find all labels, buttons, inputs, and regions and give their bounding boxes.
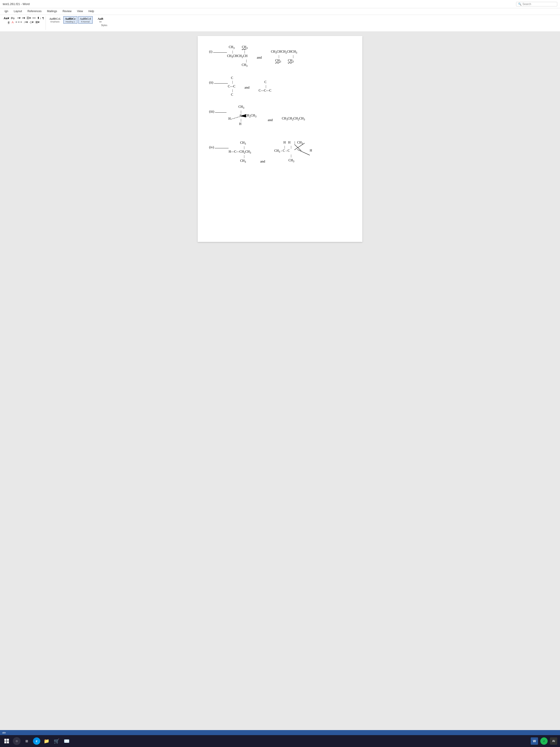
ccc-ii-2: C—C—C <box>259 88 271 93</box>
mail-icon[interactable]: ✉️ <box>63 737 71 745</box>
struct-iv-2: H H | | | CH3 CH3 - C - C <box>274 141 320 171</box>
ch3-bot-right-i-2: CH3 <box>288 58 294 63</box>
document-area: (i) CH3 CH3 | | CH3CHCH2CH <box>0 31 560 730</box>
main-chain-i-2: CH3CHCH2CHCH3 <box>271 50 297 54</box>
vbond-iv-2-down: | <box>291 154 291 158</box>
struct-i-2: CH3CHCH2CHCH3 | | CH3 CH3 <box>271 50 297 63</box>
tab-view[interactable]: View <box>74 8 86 15</box>
folder-icon[interactable]: 📁 <box>43 737 50 745</box>
struct-iv-1-top: CH3 <box>240 141 246 146</box>
svg-line-0 <box>231 117 240 119</box>
ch3-left-iv-2: CH3 - C - C <box>274 149 290 153</box>
search-button[interactable]: ○ <box>13 737 21 745</box>
vbond-iii-top: | <box>241 110 241 114</box>
align-left-icon[interactable]: ≡≡ <box>32 16 36 20</box>
style-normal[interactable]: AaBbCcI ¶ Normal <box>78 16 92 24</box>
problem-iv-structures: CH3 | H—C—CH2CH3 | C <box>229 141 351 171</box>
and-word-ii: and <box>242 83 252 89</box>
vbond-i-2-left: | <box>278 54 279 58</box>
tab-help[interactable]: Help <box>86 8 97 15</box>
problem-ii-label: (ii) <box>209 76 228 84</box>
ai-icon[interactable]: Ai <box>550 738 557 745</box>
struct-ii-1-main: C—C <box>228 84 235 88</box>
svg-rect-5 <box>4 739 6 741</box>
struct-i-1-bonds-top: | | <box>232 50 245 54</box>
svg-line-3 <box>294 143 305 150</box>
align-icons: ≡ ≡ ≡ <box>16 20 22 24</box>
problem-ii-row: (ii) C | C—C | <box>209 76 351 97</box>
indent-icon[interactable]: :≡▾ <box>24 20 28 24</box>
tab-mailings[interactable]: Mailings <box>44 8 60 15</box>
style-emphasis[interactable]: AaBbCcL Emphasis <box>48 16 62 24</box>
hc-chain-iv-1: H—C—CH2CH3 <box>229 150 251 154</box>
struct-ii-1: C | C—C | C <box>228 76 235 97</box>
struct-ii-2-chain: C—C—C <box>259 88 271 93</box>
struct-iii-1: CH3 | C H CH2CH3 <box>226 105 259 132</box>
struct-ii-2-bond: | <box>266 84 266 88</box>
search-box[interactable]: 🔍 Search <box>516 2 557 6</box>
edge-icon[interactable]: e <box>33 738 40 745</box>
vbond-ii-2: | <box>266 84 266 88</box>
status-text: ate <box>2 731 6 734</box>
store-icon[interactable]: 🛒 <box>53 737 60 745</box>
struct-i-1-bond-down: | <box>246 59 247 63</box>
wedge-bond-iii <box>240 114 247 119</box>
ch3-top-iv-1: CH3 <box>240 141 246 146</box>
struct-i-2-chain: CH3CHCH2CHCH3 <box>271 50 297 54</box>
search-icon: 🔍 <box>518 2 522 6</box>
problem-iii-label: (iii) <box>209 105 226 113</box>
ch3-top-iii: CH3 <box>238 105 244 109</box>
style-strong-label: Str <box>99 21 102 23</box>
svg-rect-7 <box>4 741 6 743</box>
list-icon-3[interactable]: ☰▾ <box>27 16 31 20</box>
font-name-aa: Aa▾ <box>4 17 9 20</box>
vbond-iv-1-top: | <box>244 146 244 150</box>
h-below-iii: H <box>239 122 241 126</box>
vbond-iv-2-h1: | <box>284 145 285 149</box>
problem-iv-row: (iv) CH3 | H—C—CH2CH3 <box>209 141 351 171</box>
font-group: Aa▾ Po ≡▾ ≡▾ ☰▾ ≡≡ ⬆↓ ¶ e̲ A ≡ ≡ ≡ :≡▾ ◇… <box>2 16 46 30</box>
tab-references[interactable]: References <box>25 8 44 15</box>
problem-i-row: (i) CH3 CH3 | | CH3CHCH2CH <box>209 45 351 68</box>
style-heading1[interactable]: AaBbCc Heading 1 <box>63 16 77 24</box>
struct-i-1-chain: CH3CHCH2CH <box>227 54 247 59</box>
windows-button[interactable] <box>3 737 10 745</box>
pilcrow-icon[interactable]: ¶ <box>42 16 44 20</box>
and-word-i: and <box>255 53 264 59</box>
ch3-bot-iv-1: CH3 <box>240 159 246 164</box>
list-icon-1[interactable]: ≡▾ <box>18 16 21 20</box>
styles-section-label: Styles <box>101 24 107 27</box>
vbond-i-1-left: | <box>232 50 233 54</box>
problem-iv-label: (iv) <box>209 141 229 149</box>
struct-ii-2-top: C <box>264 80 267 84</box>
style-strong-preview: AaB <box>98 17 103 21</box>
underline-icon[interactable]: e̲ <box>8 20 9 24</box>
status-bar: ate <box>0 730 560 735</box>
style-heading1-preview: AaBbCc <box>65 17 76 21</box>
table-icon[interactable]: ⊞▾ <box>35 20 39 24</box>
shading-icon[interactable]: ◇▾ <box>30 20 34 24</box>
and-word-iv: and <box>258 157 267 163</box>
problem-i-label: (i) <box>209 45 227 54</box>
word-icon[interactable]: W <box>531 738 538 745</box>
vbond-ii-1-bot: | <box>232 88 233 93</box>
list-icon-2[interactable]: ≡▾ <box>22 16 25 20</box>
styles-row: AaBbCcL Emphasis AaBbCc Heading 1 AaBbCc… <box>48 16 107 24</box>
taskbar-right: W ♪ Ai <box>531 738 557 745</box>
svg-line-4 <box>297 150 310 155</box>
c-bot-ii-1: C <box>231 93 233 97</box>
vbond-iv-1-bot: | <box>244 154 244 159</box>
style-strong[interactable]: AaB Str <box>94 16 107 24</box>
taskview-button[interactable]: ⊞ <box>23 737 31 745</box>
font-a-icon[interactable]: A <box>11 20 14 24</box>
align-center-icon[interactable]: ⬆↓ <box>37 16 41 20</box>
doc-title: test1.261.f21 - Word <box>3 2 30 6</box>
tab-layout[interactable]: Layout <box>11 8 25 15</box>
spotify-icon[interactable]: ♪ <box>540 738 548 745</box>
main-chain-i-1: CH3CHCH2CH <box>227 54 247 59</box>
tab-review[interactable]: Review <box>60 8 74 15</box>
ch3-top-left: CH3 <box>229 45 235 50</box>
tab-ign[interactable]: ign <box>2 8 11 15</box>
ribbon-content: Aa▾ Po ≡▾ ≡▾ ☰▾ ≡≡ ⬆↓ ¶ e̲ A ≡ ≡ ≡ :≡▾ ◇… <box>0 15 560 31</box>
ribbon-tabs: ign Layout References Mailings Review Vi… <box>0 8 560 15</box>
